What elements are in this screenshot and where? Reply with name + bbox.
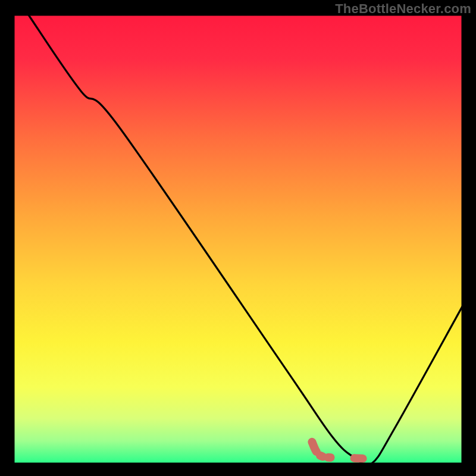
plot-background: [14, 15, 462, 464]
chart-stage: TheBottleNecker.com: [0, 0, 476, 476]
bottleneck-chart: [0, 0, 476, 476]
attribution-text: TheBottleNecker.com: [335, 1, 471, 17]
